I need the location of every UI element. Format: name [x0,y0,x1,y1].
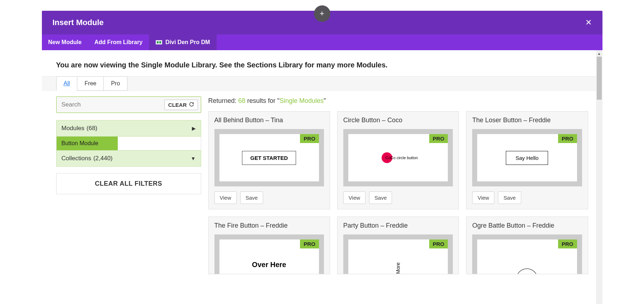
tab-divi-den-label: Divi Den Pro DM [165,39,210,46]
filter-chip-button-module[interactable]: Button Module [57,137,118,150]
collections-accordion[interactable]: Collections (2,440) ▼ [56,150,201,167]
preview-circle-label: CoCo circle button [386,156,418,160]
preview-arc-button: Read More [516,269,538,274]
results-area: Returned: 68 results for "Single Modules… [208,96,588,274]
close-button[interactable]: ✕ [585,19,592,27]
svg-rect-2 [159,41,161,43]
refresh-icon [189,102,194,108]
tab-divi-den-pro[interactable]: Divi Den Pro DM [149,34,216,50]
plus-icon: + [320,9,324,18]
preview-button-say-hello: Say Hello [506,151,548,165]
filter-tab-all[interactable]: All [56,76,78,91]
scrollbar-thumb[interactable] [597,57,602,100]
save-button[interactable]: Save [369,191,392,204]
active-filter-row: Button Module [56,137,201,150]
scroll-up-icon[interactable]: ▲ [596,50,602,57]
results-mid: results for " [246,97,280,104]
tab-new-module[interactable]: New Module [42,34,88,50]
filter-panel: All Free Pro CLEAR [42,76,602,289]
card-title: Circle Button – Coco [338,111,459,129]
results-end: " [324,97,326,104]
modal-title: Insert Module [53,18,104,27]
vertical-scrollbar[interactable]: ▲ ▼ [596,50,602,304]
card-preview: PRO CoCo circle button [343,129,453,186]
pro-badge: PRO [300,239,319,248]
save-button[interactable]: Save [240,191,263,204]
module-card: Party Button – Freddie PRO ad More [337,217,459,274]
card-title: All Behind Button – Tina [209,111,330,129]
library-content: You are now viewing the Single Module Li… [42,50,602,304]
pro-badge: PRO [558,239,577,248]
results-heading: Returned: 68 results for "Single Modules… [208,97,588,105]
preview-vertical-text: ad More [395,262,401,274]
price-filter-tabs: All Free Pro [56,77,602,91]
filter-tab-free[interactable]: Free [77,76,104,91]
insert-module-modal: Insert Module ✕ New Module Add From Libr… [42,11,602,304]
modules-label: Modules [62,125,84,132]
card-title: Party Button – Freddie [338,217,459,234]
caret-right-icon: ▶ [192,125,196,131]
search-input[interactable] [57,97,161,113]
module-card: The Loser Button – Freddie PRO Say Hello… [466,111,588,209]
svg-rect-0 [156,40,162,44]
preview-text-over-here: Over Here [252,261,286,269]
module-card: Ogre Battle Button – Freddie PRO Read Mo… [466,217,588,274]
pro-badge: PRO [429,239,448,248]
pro-badge: PRO [429,134,448,143]
tab-add-from-library[interactable]: Add From Library [88,34,149,50]
collections-label: Collections [62,155,91,162]
modules-count: (68) [87,125,97,132]
preview-button-get-started: GET STARTED [242,151,296,165]
results-returned-prefix: Returned: [208,97,238,104]
save-button[interactable]: Save [498,191,521,204]
card-preview: PRO Read More [472,234,582,274]
view-button[interactable]: View [472,191,494,204]
divi-den-icon [155,39,163,46]
results-grid: All Behind Button – Tina PRO GET STARTED… [208,111,588,274]
module-card: The Fire Button – Freddie PRO Over Here [208,217,330,274]
module-card: All Behind Button – Tina PRO GET STARTED… [208,111,330,209]
card-preview: PRO ad More [343,234,453,274]
module-card: Circle Button – Coco PRO CoCo circle but… [337,111,459,209]
search-box: CLEAR [56,96,201,113]
filter-tab-pro[interactable]: Pro [103,76,127,91]
intro-text: You are now viewing the Single Module Li… [42,50,602,76]
card-title: Ogre Battle Button – Freddie [466,217,587,234]
pro-badge: PRO [300,134,319,143]
card-preview: PRO GET STARTED [214,129,324,186]
view-button[interactable]: View [343,191,365,204]
collections-count: (2,440) [93,155,113,162]
results-count: 68 [238,97,246,104]
caret-down-icon: ▼ [191,156,196,161]
scroll-down-icon[interactable]: ▼ [596,302,602,304]
modules-accordion[interactable]: Modules (68) ▶ [56,120,201,137]
card-preview: PRO Say Hello [472,129,582,186]
svg-rect-1 [157,41,159,43]
results-term: Single Modules [280,97,324,104]
pro-badge: PRO [558,134,577,143]
clear-all-filters-button[interactable]: CLEAR ALL FILTERS [56,173,201,194]
clear-search-button[interactable]: CLEAR [164,100,198,110]
card-title: The Fire Button – Freddie [209,217,330,234]
source-tab-bar: New Module Add From Library Divi Den Pro… [42,34,602,50]
view-button[interactable]: View [214,191,237,204]
card-preview: PRO Over Here [214,234,324,274]
card-title: The Loser Button – Freddie [466,111,587,129]
filter-sidebar: CLEAR Modules (68) ▶ [56,96,201,194]
clear-search-label: CLEAR [168,102,187,108]
add-section-button[interactable]: + [314,5,330,22]
